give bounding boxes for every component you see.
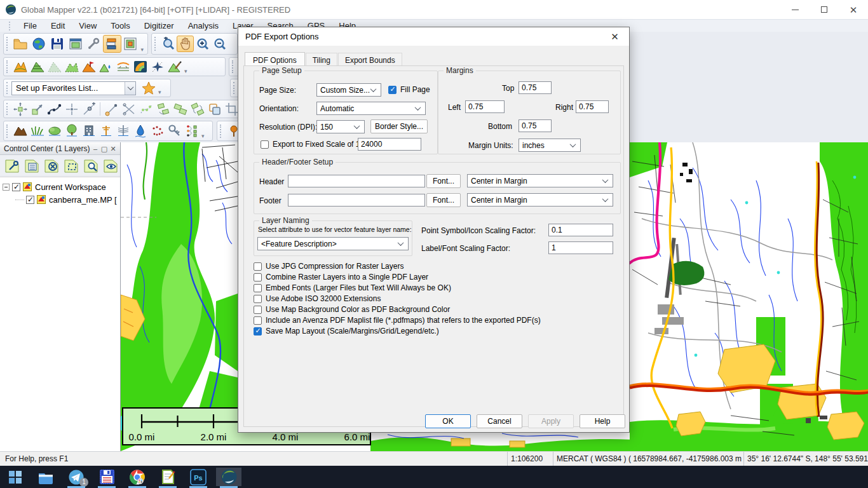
tab-tiling[interactable]: Tiling xyxy=(306,53,337,67)
configuration-window-button[interactable] xyxy=(66,35,85,53)
panel-minimize-button[interactable]: – xyxy=(91,144,100,153)
dialog-close-button[interactable]: ✕ xyxy=(600,27,629,46)
create-shrub-feature-button[interactable] xyxy=(46,123,63,139)
rotate-feature-button[interactable] xyxy=(154,101,172,118)
menu-digitizer[interactable]: Digitizer xyxy=(137,20,181,32)
avenza-maplist-checkbox-row[interactable]: Include an Avenza PDF Maplist file (*.pd… xyxy=(254,316,541,325)
file-explorer-button[interactable] xyxy=(33,468,58,486)
tree-item-workspace[interactable]: Current Workspace xyxy=(3,180,120,193)
close-button[interactable]: ✕ xyxy=(839,0,868,19)
watershed-button[interactable] xyxy=(97,58,114,75)
zoom-to-selection-button[interactable] xyxy=(159,36,177,52)
merge-features-button[interactable] xyxy=(206,101,223,118)
orientation-combobox[interactable]: Automatic xyxy=(316,102,426,115)
create-grass-feature-button[interactable] xyxy=(29,123,46,139)
shift-feature-button[interactable] xyxy=(172,101,189,118)
terrain-paint-button[interactable] xyxy=(166,58,183,75)
photoshop-button[interactable]: Ps xyxy=(186,468,211,486)
fill-page-checkbox[interactable] xyxy=(388,86,397,94)
open-file-button[interactable] xyxy=(11,35,30,53)
minimize-button[interactable] xyxy=(780,0,810,19)
background-color-checkbox[interactable] xyxy=(254,306,262,314)
open-online-data-button[interactable] xyxy=(30,35,48,53)
swap-features-button[interactable] xyxy=(189,101,206,118)
fixed-scale-checkbox[interactable] xyxy=(261,140,269,149)
header-align-combobox[interactable]: Center in Margin xyxy=(467,174,613,187)
close-layer-button[interactable] xyxy=(43,157,60,175)
jpg-compression-checkbox-row[interactable]: Use JPG Compression for Raster Layers xyxy=(254,262,403,271)
zoom-to-layer-button[interactable] xyxy=(83,157,100,175)
menu-edit[interactable]: Edit xyxy=(44,20,72,32)
pan-tool-button[interactable] xyxy=(177,36,194,52)
configure-button[interactable] xyxy=(85,35,103,53)
cancel-button[interactable]: Cancel xyxy=(477,414,522,428)
contour-generation-button[interactable] xyxy=(11,58,29,75)
tree-expander-icon[interactable] xyxy=(3,184,10,191)
header-font-button[interactable]: Font... xyxy=(426,174,461,188)
fly-through-button[interactable] xyxy=(149,58,166,75)
margin-right-input[interactable] xyxy=(576,100,609,113)
overview-map-button[interactable] xyxy=(121,35,140,53)
font-scaling-input[interactable] xyxy=(548,241,613,254)
ok-button[interactable]: OK xyxy=(425,414,471,428)
maximize-button[interactable] xyxy=(810,0,839,19)
move-vertex-button[interactable] xyxy=(63,101,80,118)
save-workspace-button[interactable] xyxy=(48,35,67,53)
fixed-scale-checkbox-row[interactable]: Export to Fixed Scale of 1: xyxy=(261,140,362,149)
combine-raster-checkbox[interactable] xyxy=(254,273,262,281)
favorites-star-button[interactable] xyxy=(140,80,157,97)
fixed-scale-input[interactable] xyxy=(358,138,421,151)
menu-tools[interactable]: Tools xyxy=(104,20,137,32)
view-shed-button[interactable] xyxy=(132,58,149,75)
copy-feature-button[interactable] xyxy=(137,101,154,118)
control-center-button[interactable] xyxy=(103,35,121,53)
tab-export-bounds[interactable]: Export Bounds xyxy=(338,53,402,67)
margin-bottom-input[interactable] xyxy=(519,119,552,132)
global-mapper-taskbar-button[interactable] xyxy=(216,468,241,486)
create-tree-feature-button[interactable] xyxy=(63,123,80,139)
create-point-features-button[interactable] xyxy=(149,123,166,139)
start-button[interactable] xyxy=(3,468,28,486)
select-layer-features-button[interactable] xyxy=(64,157,81,175)
page-size-combobox[interactable]: Custom Size... xyxy=(316,83,381,97)
notepad-plus-plus-button[interactable] xyxy=(155,468,180,486)
edit-vertices-button[interactable] xyxy=(46,101,63,118)
dialog-titlebar[interactable]: PDF Export Options xyxy=(238,27,629,46)
move-feature-button[interactable] xyxy=(11,101,29,118)
resolution-combobox[interactable]: 150 xyxy=(316,120,365,133)
menu-analysis[interactable]: Analysis xyxy=(181,20,226,32)
margin-units-combobox[interactable]: inches xyxy=(519,139,581,152)
split-feature-button[interactable] xyxy=(120,101,137,118)
scale-feature-button[interactable] xyxy=(29,101,46,118)
favorites-combobox[interactable]: Set up Favorites List... xyxy=(11,81,136,95)
header-input[interactable] xyxy=(288,175,425,187)
translucent-terrain-button[interactable] xyxy=(46,58,63,75)
border-style-button[interactable]: Border Style... xyxy=(370,119,428,133)
help-button[interactable]: Help xyxy=(580,414,625,428)
layer-metadata-button[interactable] xyxy=(24,157,41,175)
layer-visibility-button[interactable] xyxy=(103,157,120,175)
save-map-layout-checkbox-row[interactable]: Save Map Layout (Scale/Margins/Grid/Lege… xyxy=(254,327,439,336)
create-mountain-feature-button[interactable] xyxy=(11,123,29,139)
margin-top-input[interactable] xyxy=(519,81,552,94)
saved-workspace-button[interactable] xyxy=(94,468,119,486)
save-map-layout-checkbox[interactable] xyxy=(254,327,262,336)
panel-maximize-button[interactable]: ▢ xyxy=(100,144,109,153)
avenza-maplist-checkbox[interactable] xyxy=(254,316,262,325)
zoom-out-button[interactable] xyxy=(211,36,228,52)
create-water-feature-button[interactable] xyxy=(132,123,149,139)
favorites-dropdown-button[interactable] xyxy=(125,82,135,95)
point-scaling-input[interactable] xyxy=(548,224,613,236)
flatten-terrain-button[interactable] xyxy=(80,58,97,75)
chrome-button[interactable] xyxy=(125,468,150,486)
iso-extensions-checkbox[interactable] xyxy=(254,295,262,303)
elevation-grid-button[interactable] xyxy=(29,58,46,75)
layer-checkbox[interactable] xyxy=(26,196,34,204)
create-poi-button[interactable] xyxy=(166,123,183,139)
footer-input[interactable] xyxy=(288,194,425,207)
combine-raster-checkbox-row[interactable]: Combine Raster Layers into a Single PDF … xyxy=(254,273,428,281)
create-powerline-button[interactable] xyxy=(114,123,132,139)
tree-item-layer[interactable]: canberra_me.MP [ xyxy=(3,193,120,206)
create-building-feature-button[interactable] xyxy=(80,123,97,139)
background-color-checkbox-row[interactable]: Use Map Background Color as PDF Backgrou… xyxy=(254,305,450,314)
